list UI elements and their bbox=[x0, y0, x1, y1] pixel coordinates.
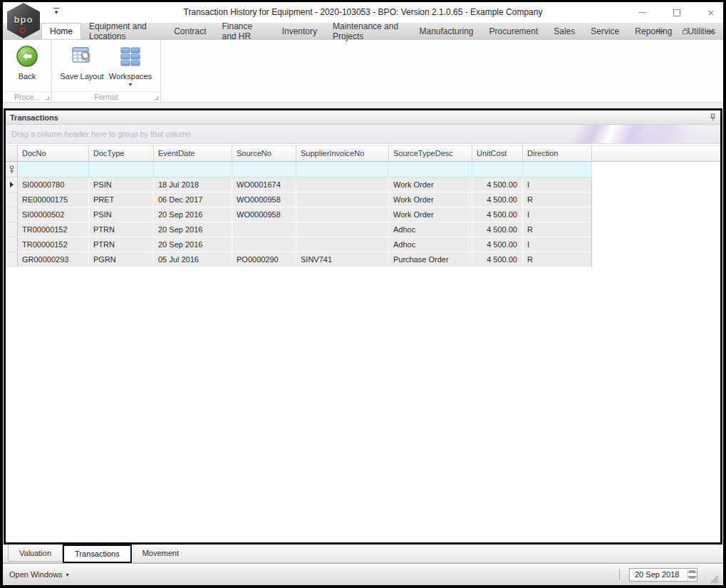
cell-unitcost[interactable]: 4 500.00 bbox=[472, 252, 523, 267]
cell-sourceno[interactable]: WO0001674 bbox=[232, 177, 296, 192]
cell-eventdate[interactable]: 20 Sep 2016 bbox=[154, 237, 232, 252]
cell-docno[interactable]: TR00000152 bbox=[18, 222, 89, 237]
cell-supplierinvoiceno[interactable] bbox=[296, 222, 389, 237]
cell-unitcost[interactable]: 4 500.00 bbox=[472, 222, 523, 237]
back-button[interactable]: Back bbox=[4, 43, 50, 91]
cell-unitcost[interactable]: 4 500.00 bbox=[472, 192, 523, 207]
filter-input-doctype[interactable] bbox=[89, 162, 154, 177]
table-row[interactable]: SI00000780 PSIN 18 Jul 2018 WO0001674 Wo… bbox=[6, 177, 720, 192]
cell-sourceno[interactable] bbox=[232, 237, 296, 252]
save-layout-button[interactable]: Save Layout bbox=[59, 43, 105, 91]
cell-direction[interactable]: R bbox=[523, 192, 592, 207]
tab-inventory[interactable]: Inventory bbox=[274, 23, 325, 39]
minimize-icon[interactable] bbox=[636, 6, 649, 19]
maximize-icon[interactable] bbox=[670, 6, 683, 19]
filter-input-unitcost[interactable] bbox=[472, 162, 523, 177]
table-row[interactable]: TR00000152 PTRN 20 Sep 2016 Adhoc 4 500.… bbox=[6, 237, 720, 252]
mdi-restore-icon[interactable] bbox=[680, 26, 690, 36]
cell-unitcost[interactable]: 4 500.00 bbox=[472, 177, 523, 192]
cell-direction[interactable]: I bbox=[523, 207, 592, 222]
tab-sales[interactable]: Sales bbox=[546, 23, 583, 39]
column-header-supplierinvoiceno[interactable]: SupplierInvoiceNo bbox=[296, 145, 389, 162]
column-header-doctype[interactable]: DocType bbox=[89, 145, 154, 162]
tab-contract[interactable]: Contract bbox=[166, 23, 214, 39]
cell-supplierinvoiceno[interactable] bbox=[296, 192, 389, 207]
cell-sourcetypedesc[interactable]: Work Order bbox=[389, 177, 472, 192]
cell-docno[interactable]: SI00000780 bbox=[18, 177, 89, 192]
column-header-sourcetypedesc[interactable]: SourceTypeDesc bbox=[389, 145, 472, 162]
filter-input-eventdate[interactable] bbox=[154, 162, 232, 177]
resize-grip-icon[interactable] bbox=[710, 574, 719, 584]
cell-supplierinvoiceno[interactable] bbox=[296, 177, 389, 192]
table-row[interactable]: SI00000502 PSIN 20 Sep 2016 WO0000958 Wo… bbox=[6, 207, 720, 222]
cell-direction[interactable]: R bbox=[523, 252, 592, 267]
cell-direction[interactable]: R bbox=[523, 222, 592, 237]
cell-eventdate[interactable]: 20 Sep 2016 bbox=[154, 207, 232, 222]
column-header-sourceno[interactable]: SourceNo bbox=[232, 145, 296, 162]
tab-home[interactable]: Home bbox=[41, 23, 81, 39]
cell-direction[interactable]: I bbox=[523, 177, 592, 192]
cell-sourcetypedesc[interactable]: Work Order bbox=[389, 192, 472, 207]
cell-direction[interactable]: I bbox=[523, 237, 592, 252]
mdi-close-icon[interactable]: × bbox=[706, 26, 716, 36]
column-header-docno[interactable]: DocNo bbox=[18, 145, 89, 162]
cell-unitcost[interactable]: 4 500.00 bbox=[472, 237, 523, 252]
table-row[interactable]: GR00000293 PGRN 05 Jul 2016 PO0000290 SI… bbox=[6, 252, 720, 267]
cell-sourceno[interactable] bbox=[232, 222, 296, 237]
cell-doctype[interactable]: PRET bbox=[89, 192, 154, 207]
spinner-up-icon[interactable] bbox=[688, 569, 697, 575]
cell-docno[interactable]: SI00000502 bbox=[18, 207, 89, 222]
mdi-minimize-icon[interactable] bbox=[655, 26, 665, 36]
quick-access-dropdown-icon[interactable]: ▾ bbox=[51, 8, 61, 16]
cell-eventdate[interactable]: 18 Jul 2018 bbox=[154, 177, 232, 192]
cell-sourceno[interactable]: PO0000290 bbox=[232, 252, 296, 267]
cell-eventdate[interactable]: 20 Sep 2016 bbox=[154, 222, 232, 237]
cell-unitcost[interactable]: 4 500.00 bbox=[472, 207, 523, 222]
cell-eventdate[interactable]: 05 Jul 2016 bbox=[154, 252, 232, 267]
cell-supplierinvoiceno[interactable] bbox=[296, 207, 389, 222]
cell-doctype[interactable]: PGRN bbox=[89, 252, 154, 267]
tab-equipment-and-locations[interactable]: Equipment and Locations bbox=[81, 23, 166, 39]
tab-maintenance-and-projects[interactable]: Maintenance and Projects bbox=[325, 23, 411, 39]
cell-sourcetypedesc[interactable]: Adhoc bbox=[389, 222, 472, 237]
cell-docno[interactable]: GR00000293 bbox=[18, 252, 89, 267]
filter-input-sourcetypedesc[interactable] bbox=[389, 162, 472, 177]
cell-docno[interactable]: RE00000175 bbox=[18, 192, 89, 207]
close-icon[interactable]: × bbox=[705, 6, 717, 19]
cell-supplierinvoiceno[interactable]: SINV741 bbox=[296, 252, 389, 267]
table-row[interactable]: RE00000175 PRET 06 Dec 2017 WO0000958 Wo… bbox=[6, 192, 720, 207]
cell-doctype[interactable]: PTRN bbox=[89, 222, 154, 237]
filter-input-docno[interactable] bbox=[18, 162, 89, 177]
tab-procurement[interactable]: Procurement bbox=[482, 23, 546, 39]
cell-doctype[interactable]: PSIN bbox=[89, 207, 154, 222]
spinner-down-icon[interactable] bbox=[688, 574, 697, 581]
cell-sourcetypedesc[interactable]: Purchase Order bbox=[389, 252, 472, 267]
column-header-unitcost[interactable]: UnitCost bbox=[472, 145, 523, 162]
group-by-bar[interactable]: Drag a column header here to group by th… bbox=[6, 125, 720, 144]
cell-sourcetypedesc[interactable]: Adhoc bbox=[389, 237, 472, 252]
date-editor[interactable]: 20 Sep 2018 bbox=[629, 568, 698, 582]
cell-docno[interactable]: TR00000152 bbox=[18, 237, 89, 252]
cell-doctype[interactable]: PTRN bbox=[89, 237, 154, 252]
cell-sourceno[interactable]: WO0000958 bbox=[232, 207, 296, 222]
column-header-direction[interactable]: Direction bbox=[523, 145, 592, 162]
filter-input-direction[interactable] bbox=[523, 162, 592, 177]
filter-input-supplierinvoiceno[interactable] bbox=[296, 162, 389, 177]
cell-doctype[interactable]: PSIN bbox=[89, 177, 154, 192]
pin-icon[interactable] bbox=[710, 111, 716, 124]
workspaces-button[interactable]: Workspaces ▼ bbox=[108, 43, 153, 91]
cell-sourcetypedesc[interactable]: Work Order bbox=[389, 207, 472, 222]
tab-finance-and-hr[interactable]: Finance and HR bbox=[214, 23, 274, 39]
date-spinner[interactable] bbox=[687, 569, 697, 581]
dialog-launcher-icon[interactable] bbox=[46, 96, 49, 100]
tab-manufacturing[interactable]: Manufacturing bbox=[412, 23, 482, 39]
column-header-eventdate[interactable]: EventDate bbox=[154, 145, 232, 162]
tab-movement[interactable]: Movement bbox=[132, 545, 190, 562]
filter-input-sourceno[interactable] bbox=[232, 162, 296, 177]
cell-eventdate[interactable]: 06 Dec 2017 bbox=[154, 192, 232, 207]
cell-supplierinvoiceno[interactable] bbox=[296, 237, 389, 252]
tab-valuation[interactable]: Valuation bbox=[8, 545, 63, 562]
table-row[interactable]: TR00000152 PTRN 20 Sep 2016 Adhoc 4 500.… bbox=[6, 222, 720, 237]
cell-sourceno[interactable]: WO0000958 bbox=[232, 192, 296, 207]
open-windows-button[interactable]: Open Windows ▾ bbox=[9, 570, 69, 579]
